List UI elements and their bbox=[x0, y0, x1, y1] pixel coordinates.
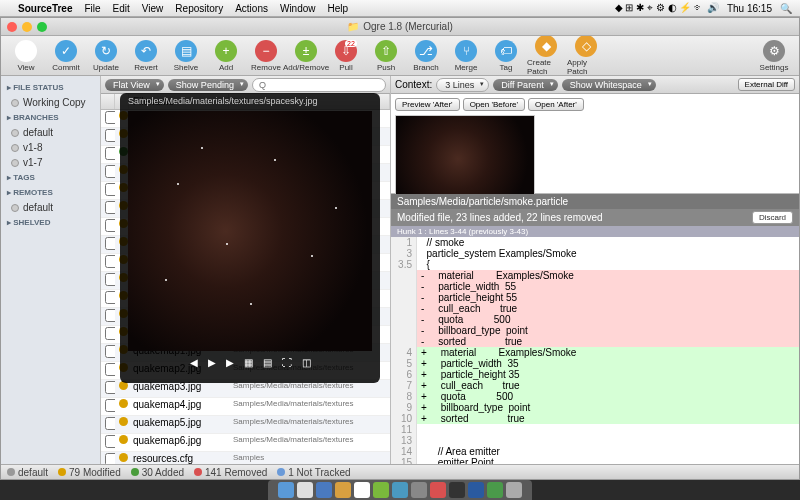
file-checkbox[interactable] bbox=[105, 273, 115, 286]
file-row[interactable]: quakemap5.jpgSamples/Media/materials/tex… bbox=[101, 416, 390, 434]
ql-add-icon[interactable]: ◫ bbox=[302, 357, 311, 368]
file-row[interactable]: quakemap6.jpgSamples/Media/materials/tex… bbox=[101, 434, 390, 452]
file-checkbox[interactable] bbox=[105, 417, 115, 430]
menu-edit[interactable]: Edit bbox=[113, 3, 130, 14]
tool-settings[interactable]: ⚙Settings bbox=[755, 40, 793, 72]
menubar-clock[interactable]: Thu 16:15 bbox=[727, 3, 772, 14]
file-checkbox[interactable] bbox=[105, 363, 115, 376]
menu-file[interactable]: File bbox=[84, 3, 100, 14]
zoom-icon[interactable] bbox=[37, 22, 47, 32]
file-checkbox[interactable] bbox=[105, 381, 115, 394]
open-after-button[interactable]: Open 'After' bbox=[528, 98, 584, 111]
tool-create-patch[interactable]: ◆Create Patch bbox=[527, 35, 565, 76]
tool-add-remove[interactable]: ±Add/Remove bbox=[287, 40, 325, 72]
file-checkbox[interactable] bbox=[105, 327, 115, 340]
file-checkbox[interactable] bbox=[105, 129, 115, 142]
file-checkbox[interactable] bbox=[105, 435, 115, 448]
quicklook-overlay[interactable]: Samples/Media/materials/textures/spacesk… bbox=[120, 93, 380, 383]
dock[interactable] bbox=[268, 480, 532, 500]
menu-help[interactable]: Help bbox=[328, 3, 349, 14]
tool-update[interactable]: ↻Update bbox=[87, 40, 125, 72]
tool-branch[interactable]: ⎇Branch bbox=[407, 40, 445, 72]
file-checkbox[interactable] bbox=[105, 237, 115, 250]
dock-photoshop[interactable] bbox=[468, 482, 484, 498]
ql-sheet-icon[interactable]: ▦ bbox=[244, 357, 253, 368]
pending-dropdown[interactable]: Show Pending bbox=[168, 79, 248, 91]
tool-add[interactable]: +Add bbox=[207, 40, 245, 72]
dock-trash[interactable] bbox=[506, 482, 522, 498]
sidebar-item[interactable]: v1-7 bbox=[1, 155, 100, 170]
ql-play-icon[interactable]: ▶ bbox=[208, 357, 216, 368]
menu-window[interactable]: Window bbox=[280, 3, 316, 14]
tool-shelve[interactable]: ▤Shelve bbox=[167, 40, 205, 72]
dock-app[interactable] bbox=[430, 482, 446, 498]
tool-commit[interactable]: ✓Commit bbox=[47, 40, 85, 72]
file-checkbox[interactable] bbox=[105, 201, 115, 214]
file-checkbox[interactable] bbox=[105, 255, 115, 268]
tool-tag[interactable]: 🏷Tag bbox=[487, 40, 525, 72]
dock-app[interactable] bbox=[297, 482, 313, 498]
dock-app[interactable] bbox=[449, 482, 465, 498]
dock-app[interactable] bbox=[411, 482, 427, 498]
dock-app[interactable] bbox=[335, 482, 351, 498]
file-checkbox[interactable] bbox=[105, 111, 115, 124]
diff-body[interactable]: 1 // smoke3 particle_system Examples/Smo… bbox=[391, 237, 799, 464]
menubar-icons[interactable]: ◆ ⊞ ✱ ⌖ ⚙ ◐ ⚡ ᯤ 🔊 bbox=[615, 2, 719, 14]
ql-fullscreen-icon[interactable]: ⛶ bbox=[282, 357, 292, 368]
dock-app[interactable] bbox=[487, 482, 503, 498]
minimize-icon[interactable] bbox=[22, 22, 32, 32]
dock-app[interactable] bbox=[392, 482, 408, 498]
view-mode-dropdown[interactable]: Flat View bbox=[105, 79, 164, 91]
file-checkbox[interactable] bbox=[105, 183, 115, 196]
tool-push[interactable]: ⇧Push bbox=[367, 40, 405, 72]
tool-merge[interactable]: ⑂Merge bbox=[447, 40, 485, 72]
ql-prev-icon[interactable]: ◀ bbox=[190, 357, 198, 368]
tool-view[interactable]: ◧View bbox=[7, 40, 45, 72]
sidebar-section[interactable]: ▸ Remotes bbox=[1, 185, 100, 200]
file-row[interactable]: quakemap4.jpgSamples/Media/materials/tex… bbox=[101, 398, 390, 416]
dock-ical[interactable] bbox=[354, 482, 370, 498]
diff-parent-dropdown[interactable]: Diff Parent bbox=[493, 79, 557, 91]
preview-after-button[interactable]: Preview 'After' bbox=[395, 98, 460, 111]
sidebar: ▸ File StatusWorking Copy▸ Branchesdefau… bbox=[1, 76, 101, 464]
tool-remove[interactable]: −Remove bbox=[247, 40, 285, 72]
discard-button[interactable]: Discard bbox=[752, 211, 793, 224]
tool-revert[interactable]: ↶Revert bbox=[127, 40, 165, 72]
quicklook-title: Samples/Media/materials/textures/spacesk… bbox=[120, 93, 380, 109]
menu-actions[interactable]: Actions bbox=[235, 3, 268, 14]
dock-app[interactable] bbox=[373, 482, 389, 498]
whitespace-dropdown[interactable]: Show Whitespace bbox=[562, 79, 656, 91]
sidebar-section[interactable]: ▸ Shelved bbox=[1, 215, 100, 230]
file-checkbox[interactable] bbox=[105, 219, 115, 232]
file-checkbox[interactable] bbox=[105, 453, 115, 464]
file-checkbox[interactable] bbox=[105, 291, 115, 304]
file-row[interactable]: resources.cfgSamples bbox=[101, 452, 390, 464]
close-icon[interactable] bbox=[7, 22, 17, 32]
sidebar-item[interactable]: Working Copy bbox=[1, 95, 100, 110]
external-diff-button[interactable]: External Diff bbox=[738, 78, 795, 91]
file-checkbox[interactable] bbox=[105, 399, 115, 412]
menu-app[interactable]: SourceTree bbox=[18, 3, 72, 14]
sidebar-section[interactable]: ▸ File Status bbox=[1, 80, 100, 95]
sidebar-item[interactable]: default bbox=[1, 200, 100, 215]
sidebar-section[interactable]: ▸ Tags bbox=[1, 170, 100, 185]
file-search-input[interactable] bbox=[252, 78, 386, 92]
file-checkbox[interactable] bbox=[105, 309, 115, 322]
file-checkbox[interactable] bbox=[105, 345, 115, 358]
file-checkbox[interactable] bbox=[105, 147, 115, 160]
file-checkbox[interactable] bbox=[105, 165, 115, 178]
open-before-button[interactable]: Open 'Before' bbox=[463, 98, 525, 111]
sidebar-section[interactable]: ▸ Branches bbox=[1, 110, 100, 125]
dock-finder[interactable] bbox=[278, 482, 294, 498]
tool-apply-patch[interactable]: ◇Apply Patch bbox=[567, 35, 605, 76]
menu-repository[interactable]: Repository bbox=[175, 3, 223, 14]
ql-next-icon[interactable]: ▶ bbox=[226, 357, 234, 368]
context-lines-dropdown[interactable]: 3 Lines bbox=[436, 78, 489, 92]
spotlight-icon[interactable]: 🔍 bbox=[780, 3, 792, 14]
sidebar-item[interactable]: default bbox=[1, 125, 100, 140]
dock-mail[interactable] bbox=[316, 482, 332, 498]
tool-pull[interactable]: ⇩22Pull bbox=[327, 40, 365, 72]
sidebar-item[interactable]: v1-8 bbox=[1, 140, 100, 155]
ql-grid-icon[interactable]: ▤ bbox=[263, 357, 272, 368]
menu-view[interactable]: View bbox=[142, 3, 164, 14]
